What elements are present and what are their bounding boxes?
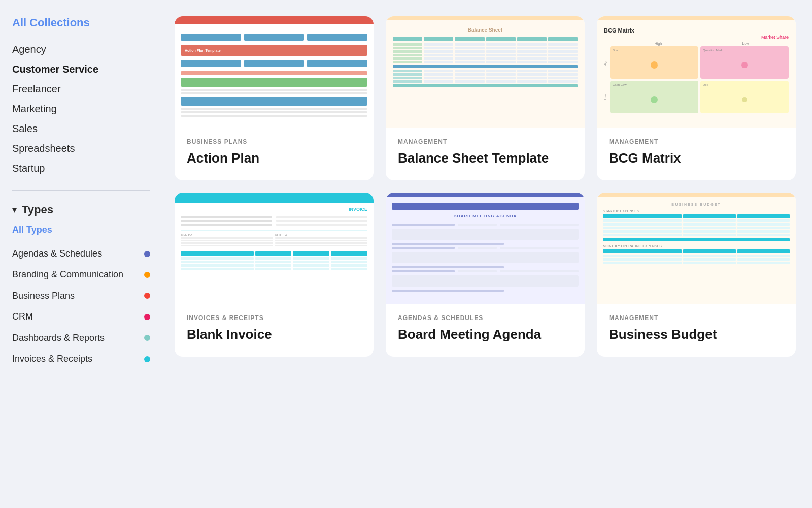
type-item-dashboards[interactable]: Dashboards & Reports [12,328,150,348]
card-category: MANAGEMENT [609,138,784,145]
sidebar-item-freelancer[interactable]: Freelancer [12,79,150,99]
card-category: INVOICES & RECEIPTS [187,314,361,322]
type-dot [144,293,150,299]
type-item-branding[interactable]: Branding & Communication [12,264,150,285]
cards-grid: Action Plan Template BUSINESS PLANSActio… [175,16,796,357]
card-category: MANAGEMENT [398,138,572,145]
card-title: Board Meeting Agenda [398,327,572,342]
card-info: AGENDAS & SCHEDULESBoard Meeting Agenda [386,304,585,357]
type-item-agendas[interactable]: Agendas & Schedules [12,243,150,264]
card-preview: BUSINESS BUDGET STARTUP EXPENSES [597,193,796,304]
type-dot [144,314,150,320]
card-info: BUSINESS PLANSAction Plan [175,128,374,180]
card-blank-invoice[interactable]: INVOICE BILL TO [175,193,374,357]
card-info: INVOICES & RECEIPTSBlank Invoice [175,304,374,357]
type-item-label: CRM [12,311,144,323]
card-title: Blank Invoice [187,327,361,342]
card-category: AGENDAS & SCHEDULES [398,314,572,322]
type-item-label: Branding & Communication [12,269,144,280]
type-item-crm[interactable]: CRM [12,306,150,327]
all-types-label[interactable]: All Types [12,225,150,235]
preview-body: Action Plan Template [175,24,374,123]
preview-accent [175,20,374,24]
card-bcg-matrix[interactable]: BCG Matrix Market Share High Low High Lo… [597,16,796,180]
card-title: BCG Matrix [609,150,784,166]
card-category: BUSINESS PLANS [187,138,361,145]
card-info: MANAGEMENTBusiness Budget [597,304,796,357]
types-header[interactable]: ▾ Types [12,203,150,216]
sidebar-item-sales[interactable]: Sales [12,119,150,139]
card-title: Balance Sheet Template [398,150,572,166]
type-item-label: Agendas & Schedules [12,248,144,260]
collections-nav: AgencyCustomer ServiceFreelancerMarketin… [12,40,150,178]
type-dot [144,251,150,257]
type-item-label: Dashboards & Reports [12,332,144,344]
card-preview: Balance Sheet [386,16,585,128]
card-info: MANAGEMENTBalance Sheet Template [386,128,585,180]
sidebar: All Collections AgencyCustomer ServiceFr… [0,0,162,508]
sidebar-item-agency[interactable]: Agency [12,40,150,59]
main-content: Action Plan Template BUSINESS PLANSActio… [162,0,812,508]
card-balance-sheet[interactable]: Balance Sheet [386,16,585,180]
type-item-label: Invoices & Receipts [12,353,144,365]
type-item-invoices[interactable]: Invoices & Receipts [12,348,150,369]
card-info: MANAGEMENTBCG Matrix [597,128,796,180]
card-business-budget[interactable]: BUSINESS BUDGET STARTUP EXPENSES [597,193,796,357]
card-title: Action Plan [187,150,361,166]
sidebar-item-customer-service[interactable]: Customer Service [12,59,150,79]
types-list: Agendas & SchedulesBranding & Communicat… [12,243,150,369]
card-preview: BCG Matrix Market Share High Low High Lo… [597,16,796,128]
card-action-plan[interactable]: Action Plan Template BUSINESS PLANSActio… [175,16,374,180]
chevron-down-icon: ▾ [12,204,17,215]
type-dot [144,272,150,278]
type-dot [144,356,150,362]
types-label: Types [22,203,53,216]
card-preview: Action Plan Template [175,16,374,128]
type-item-label: Business Plans [12,290,144,302]
card-board-meeting[interactable]: BOARD MEETING AGENDA [386,193,585,357]
sidebar-item-startup[interactable]: Startup [12,158,150,178]
sidebar-item-spreadsheets[interactable]: Spreadsheets [12,139,150,158]
card-preview: BOARD MEETING AGENDA [386,193,585,304]
type-dot [144,335,150,341]
card-category: MANAGEMENT [609,314,784,322]
card-preview: INVOICE BILL TO [175,193,374,304]
sidebar-item-marketing[interactable]: Marketing [12,99,150,119]
all-collections-label[interactable]: All Collections [12,16,150,29]
divider [12,190,150,191]
card-title: Business Budget [609,327,784,342]
type-item-business-plans[interactable]: Business Plans [12,285,150,306]
